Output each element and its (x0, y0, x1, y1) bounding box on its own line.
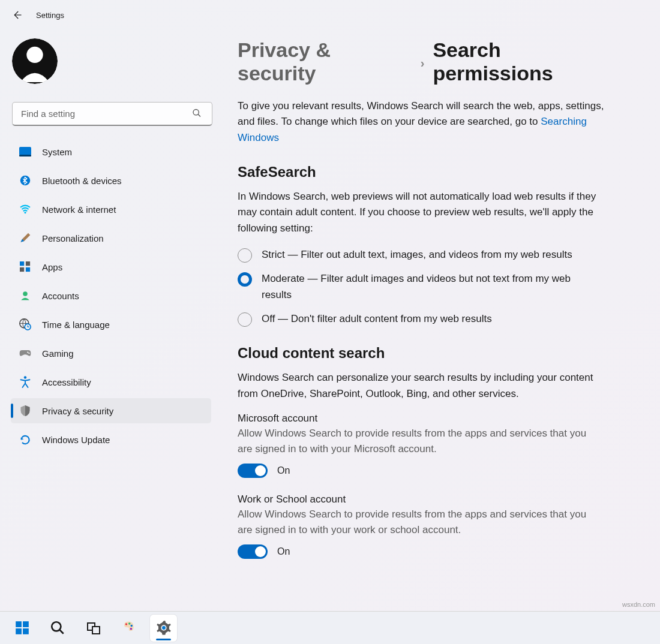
svg-rect-17 (16, 621, 22, 627)
radio-icon (238, 248, 252, 263)
windows-icon (14, 620, 30, 636)
radio-strict[interactable]: Strict — Filter out adult text, images, … (238, 247, 598, 263)
svg-rect-25 (93, 627, 99, 633)
sidebar-item-time[interactable]: Time & language (11, 312, 211, 337)
svg-point-11 (23, 291, 28, 296)
breadcrumb-parent[interactable]: Privacy & security (238, 38, 412, 85)
svg-rect-9 (20, 267, 24, 272)
svg-rect-20 (23, 628, 29, 634)
intro-text: To give you relevant results, Windows Se… (238, 98, 610, 146)
taskbar (0, 611, 660, 644)
sidebar-item-accessibility[interactable]: Accessibility (11, 369, 211, 395)
radio-off[interactable]: Off — Don't filter adult content from my… (238, 311, 598, 327)
breadcrumb-current: Search permissions (433, 38, 624, 85)
chevron-right-icon: › (421, 56, 425, 70)
ms-account-toggle[interactable] (238, 464, 268, 478)
sidebar-item-apps[interactable]: Apps (11, 254, 211, 279)
sidebar: System Bluetooth & devices Network & int… (0, 30, 216, 611)
safesearch-options: Strict — Filter out adult text, images, … (238, 247, 598, 327)
sidebar-item-label: Bluetooth & devices (42, 176, 122, 186)
safesearch-desc: In Windows Search, web previews will not… (238, 189, 610, 236)
ms-account-toggle-state: On (277, 465, 290, 476)
nav-list: System Bluetooth & devices Network & int… (11, 139, 211, 452)
task-view-icon (86, 621, 100, 634)
sidebar-item-network[interactable]: Network & internet (11, 197, 211, 222)
ms-account-desc: Allow Windows Search to provide results … (238, 426, 592, 458)
shield-icon (19, 405, 31, 417)
svg-point-6 (24, 212, 26, 213)
radio-icon (238, 272, 252, 287)
taskbar-search-button[interactable] (44, 615, 71, 642)
work-account-toggle[interactable] (238, 544, 268, 559)
accessibility-icon (19, 376, 31, 388)
update-icon (19, 434, 31, 446)
apps-icon (19, 261, 31, 273)
radio-label: Strict — Filter out adult text, images, … (262, 247, 572, 263)
avatar-icon (12, 38, 58, 84)
sidebar-item-gaming[interactable]: Gaming (11, 341, 211, 366)
radio-moderate[interactable]: Moderate — Filter adult images and video… (238, 271, 598, 303)
ms-account-title: Microsoft account (238, 413, 624, 425)
svg-point-28 (130, 625, 133, 627)
sidebar-item-personalization[interactable]: Personalization (11, 225, 211, 251)
display-icon (19, 146, 31, 158)
paint-button[interactable] (115, 615, 142, 642)
svg-point-15 (28, 353, 29, 354)
paintbrush-icon (19, 232, 31, 244)
paint-icon (120, 619, 137, 636)
svg-point-26 (125, 623, 127, 625)
breadcrumb: Privacy & security › Search permissions (238, 38, 624, 85)
settings-button[interactable] (150, 615, 177, 642)
radio-label: Moderate — Filter adult images and video… (262, 271, 598, 303)
sidebar-item-label: System (42, 147, 72, 157)
cloud-desc: Windows Search can personalize your sear… (238, 370, 610, 402)
sidebar-item-label: Gaming (42, 348, 74, 359)
radio-icon (238, 312, 252, 327)
svg-rect-3 (19, 147, 31, 155)
sidebar-item-label: Windows Update (42, 435, 110, 445)
window-title: Settings (36, 11, 64, 20)
safesearch-heading: SafeSearch (238, 164, 624, 180)
user-avatar[interactable] (12, 38, 58, 84)
wifi-icon (19, 203, 31, 215)
sidebar-item-accounts[interactable]: Accounts (11, 283, 211, 308)
search-icon (50, 620, 65, 636)
svg-rect-19 (16, 628, 22, 634)
svg-point-1 (26, 47, 43, 63)
svg-point-21 (52, 622, 61, 631)
sidebar-item-label: Network & internet (42, 204, 116, 215)
svg-point-29 (130, 628, 132, 630)
svg-point-16 (24, 376, 27, 379)
svg-point-27 (128, 622, 131, 625)
sidebar-item-label: Privacy & security (42, 406, 113, 416)
svg-point-31 (162, 626, 166, 630)
gamepad-icon (19, 347, 31, 359)
search-input[interactable] (12, 102, 212, 126)
sidebar-item-label: Accounts (42, 291, 79, 301)
sidebar-item-label: Personalization (42, 233, 104, 243)
gear-icon (155, 619, 172, 636)
svg-point-14 (27, 352, 28, 353)
svg-rect-18 (23, 621, 29, 627)
work-account-title: Work or School account (238, 493, 624, 505)
work-account-toggle-state: On (277, 546, 290, 557)
start-button[interactable] (8, 615, 35, 642)
back-button[interactable] (11, 9, 23, 21)
bluetooth-icon (19, 174, 31, 186)
work-account-desc: Allow Windows Search to provide results … (238, 507, 592, 538)
svg-rect-8 (26, 261, 30, 266)
sidebar-item-update[interactable]: Windows Update (11, 427, 211, 452)
sidebar-item-bluetooth[interactable]: Bluetooth & devices (11, 168, 211, 193)
sidebar-item-system[interactable]: System (11, 139, 211, 164)
radio-label: Off — Don't filter adult content from my… (262, 311, 492, 327)
cloud-heading: Cloud content search (238, 345, 624, 362)
svg-rect-7 (20, 261, 24, 266)
task-view-button[interactable] (79, 615, 106, 642)
sidebar-item-label: Accessibility (42, 377, 91, 387)
sidebar-item-label: Time & language (42, 320, 110, 330)
person-icon (19, 290, 31, 302)
sidebar-item-privacy[interactable]: Privacy & security (11, 398, 211, 423)
watermark: wsxdn.com (622, 601, 655, 608)
main-content: Privacy & security › Search permissions … (216, 30, 660, 611)
globe-clock-icon (19, 318, 31, 330)
